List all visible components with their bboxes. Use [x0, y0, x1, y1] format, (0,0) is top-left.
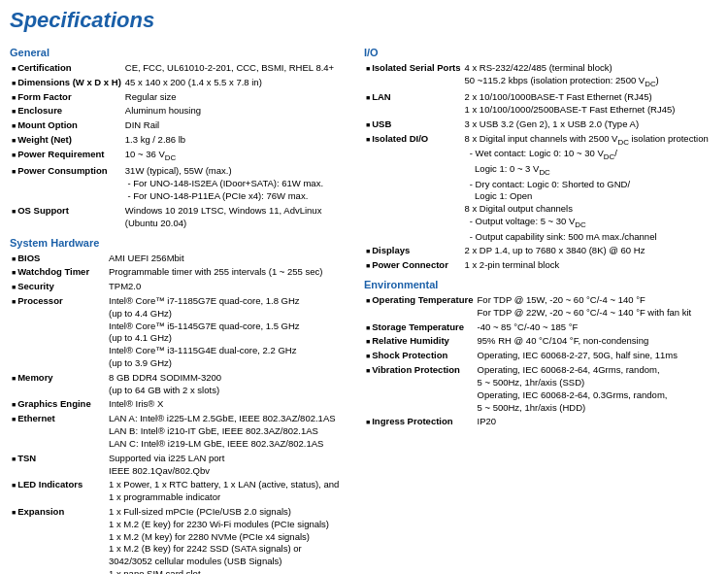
value-op-temp: For TDP @ 15W, -20 ~ 60 °C/-4 ~ 140 °F F…	[476, 293, 718, 321]
table-row: Expansion 1 x Full-sized mPCIe (PCIe/USB…	[10, 505, 354, 574]
general-table: Certification CE, FCC, UL61010-2-201, CC…	[10, 61, 354, 231]
label-lan: LAN	[364, 90, 463, 118]
label-led: LED Indicators	[10, 478, 107, 505]
section-io-title: I/O	[364, 47, 718, 58]
value-form-factor: Regular size	[123, 90, 354, 105]
system-hw-table: BIOS AMI UEFI 256Mbit Watchdog Timer Pro…	[10, 252, 354, 574]
right-column: I/O Isolated Serial Ports 4 x RS-232/422…	[364, 41, 718, 574]
value-security: TPM2.0	[107, 280, 354, 294]
table-row: Enclosure Aluminum housing	[10, 104, 354, 118]
value-mount-option: DIN Rail	[123, 118, 354, 133]
value-displays: 2 x DP 1.4, up to 7680 x 3840 (8K) @ 60 …	[463, 244, 718, 258]
value-memory: 8 GB DDR4 SODIMM-3200 (up to 64 GB with …	[107, 371, 354, 398]
value-ingress: IP20	[476, 415, 718, 429]
table-row: Dimensions (W x D x H) 45 x 140 x 200 (1…	[10, 76, 354, 90]
table-row: Isolated Serial Ports 4 x RS-232/422/485…	[364, 61, 718, 90]
value-led: 1 x Power, 1 x RTC battery, 1 x LAN (act…	[107, 478, 354, 505]
value-dio: 8 x Digital input channels with 2500 VDC…	[463, 132, 718, 245]
label-vibration: Vibration Protection	[364, 363, 476, 415]
label-power-connector: Power Connector	[364, 258, 463, 273]
value-watchdog: Programmable timer with 255 intervals (1…	[107, 265, 354, 280]
label-certification: Certification	[10, 61, 123, 76]
table-row: LED Indicators 1 x Power, 1 x RTC batter…	[10, 478, 354, 505]
label-displays: Displays	[364, 244, 463, 258]
label-ethernet: Ethernet	[10, 412, 107, 451]
table-row: Certification CE, FCC, UL61010-2-201, CC…	[10, 61, 354, 76]
table-row: Mount Option DIN Rail	[10, 118, 354, 133]
value-storage-temp: -40 ~ 85 °C/-40 ~ 185 °F	[476, 321, 718, 335]
value-os-support: Windows 10 2019 LTSC, Windows 11, AdvLin…	[123, 204, 354, 231]
label-os-support: OS Support	[10, 204, 123, 231]
table-row: Vibration Protection Operating, IEC 6006…	[364, 363, 718, 415]
table-row: OS Support Windows 10 2019 LTSC, Windows…	[10, 204, 354, 231]
table-row: Displays 2 x DP 1.4, up to 7680 x 3840 (…	[364, 244, 718, 258]
label-shock: Shock Protection	[364, 349, 476, 363]
value-lan: 2 x 10/100/1000BASE-T Fast Ethernet (RJ4…	[463, 90, 718, 118]
section-general-title: General	[10, 47, 354, 58]
table-row: Relative Humidity 95% RH @ 40 °C/104 °F,…	[364, 334, 718, 349]
section-system-hw-title: System Hardware	[10, 237, 354, 249]
label-mount-option: Mount Option	[10, 118, 123, 133]
label-watchdog: Watchdog Timer	[10, 265, 107, 280]
table-row: Weight (Net) 1.3 kg / 2.86 lb	[10, 133, 354, 148]
label-usb: USB	[364, 118, 463, 132]
value-vibration: Operating, IEC 60068-2-64, 4Grms, random…	[476, 363, 718, 415]
table-row: Power Connector 1 x 2-pin terminal block	[364, 258, 718, 273]
table-row: Graphics Engine Intel® Iris® X	[10, 397, 354, 412]
table-row: Isolated DI/O 8 x Digital input channels…	[364, 132, 718, 245]
table-row: Power Requirement 10 ~ 36 VDC	[10, 148, 354, 165]
label-security: Security	[10, 280, 107, 294]
value-bios: AMI UEFI 256Mbit	[107, 252, 354, 266]
label-humidity: Relative Humidity	[364, 334, 476, 349]
page-title: Specifications	[10, 8, 718, 33]
value-humidity: 95% RH @ 40 °C/104 °F, non-condensing	[476, 334, 718, 349]
label-ingress: Ingress Protection	[364, 415, 476, 429]
table-row: Form Factor Regular size	[10, 90, 354, 105]
label-graphics: Graphics Engine	[10, 397, 107, 412]
table-row: TSN Supported via i225 LAN port IEEE 802…	[10, 452, 354, 479]
label-enclosure: Enclosure	[10, 104, 123, 118]
label-form-factor: Form Factor	[10, 90, 123, 105]
table-row: USB 3 x USB 3.2 (Gen 2), 1 x USB 2.0 (Ty…	[364, 118, 718, 132]
value-serial-ports: 4 x RS-232/422/485 (terminal block) 50 ~…	[463, 61, 718, 90]
section-env-title: Environmental	[364, 279, 718, 290]
table-row: Ethernet LAN A: Intel® i225-LM 2.5GbE, I…	[10, 412, 354, 451]
value-dimensions: 45 x 140 x 200 (1.4 x 5.5 x 7.8 in)	[123, 76, 354, 90]
label-serial-ports: Isolated Serial Ports	[364, 61, 463, 90]
label-op-temp: Operating Temperature	[364, 293, 476, 321]
value-weight: 1.3 kg / 2.86 lb	[123, 133, 354, 148]
two-column-layout: General Certification CE, FCC, UL61010-2…	[10, 41, 718, 574]
value-graphics: Intel® Iris® X	[107, 397, 354, 412]
value-power-connector: 1 x 2-pin terminal block	[463, 258, 718, 273]
label-memory: Memory	[10, 371, 107, 398]
table-row: Security TPM2.0	[10, 280, 354, 294]
table-row: Storage Temperature -40 ~ 85 °C/-40 ~ 18…	[364, 321, 718, 335]
value-tsn: Supported via i225 LAN port IEEE 802.1Qa…	[107, 452, 354, 479]
label-tsn: TSN	[10, 452, 107, 479]
label-power-req: Power Requirement	[10, 148, 123, 165]
table-row: Shock Protection Operating, IEC 60068-2-…	[364, 349, 718, 363]
label-storage-temp: Storage Temperature	[364, 321, 476, 335]
value-certification: CE, FCC, UL61010-2-201, CCC, BSMI, RHEL …	[123, 61, 354, 76]
value-ethernet: LAN A: Intel® i225-LM 2.5GbE, IEEE 802.3…	[107, 412, 354, 451]
label-dimensions: Dimensions (W x D x H)	[10, 76, 123, 90]
io-table: Isolated Serial Ports 4 x RS-232/422/485…	[364, 61, 718, 273]
table-row: Watchdog Timer Programmable timer with 2…	[10, 265, 354, 280]
value-expansion: 1 x Full-sized mPCIe (PCIe/USB 2.0 signa…	[107, 505, 354, 574]
value-enclosure: Aluminum housing	[123, 104, 354, 118]
table-row: Ingress Protection IP20	[364, 415, 718, 429]
table-row: LAN 2 x 10/100/1000BASE-T Fast Ethernet …	[364, 90, 718, 118]
label-bios: BIOS	[10, 252, 107, 266]
label-processor: Processor	[10, 294, 107, 371]
label-power-consumption: Power Consumption	[10, 164, 123, 203]
value-processor: Intel® Core™ i7-1185G7E quad-core, 1.8 G…	[107, 294, 354, 371]
table-row: Operating Temperature For TDP @ 15W, -20…	[364, 293, 718, 321]
value-power-req: 10 ~ 36 VDC	[123, 148, 354, 165]
value-power-consumption: 31W (typical), 55W (max.) - For UNO-148-…	[123, 164, 354, 203]
main-container: Specifications General Certification CE,…	[0, 0, 728, 574]
table-row: Power Consumption 31W (typical), 55W (ma…	[10, 164, 354, 203]
env-table: Operating Temperature For TDP @ 15W, -20…	[364, 293, 718, 429]
label-dio: Isolated DI/O	[364, 132, 463, 245]
left-column: General Certification CE, FCC, UL61010-2…	[10, 41, 354, 574]
label-weight: Weight (Net)	[10, 133, 123, 148]
